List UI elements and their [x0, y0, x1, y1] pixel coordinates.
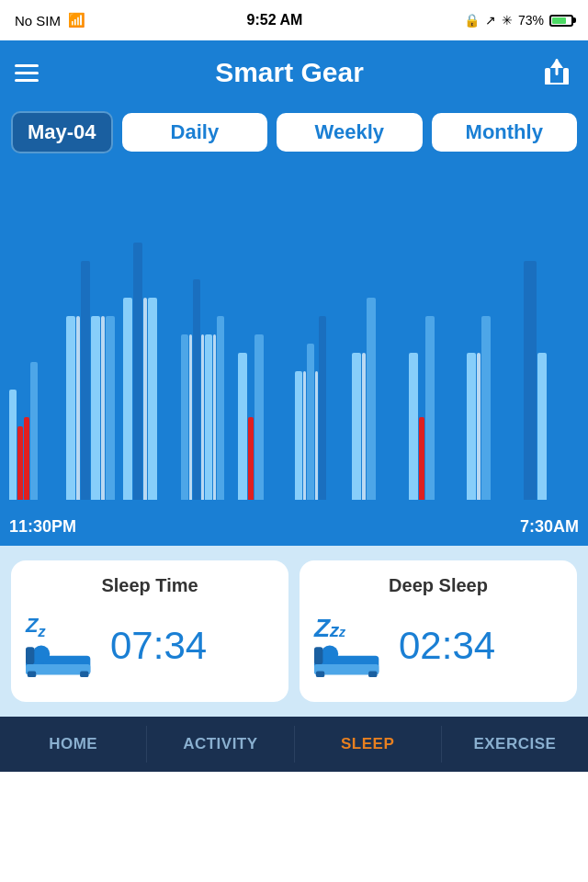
bar	[201, 334, 204, 500]
nav-exercise[interactable]: EXERCISE	[442, 726, 588, 763]
nav-home[interactable]: HOME	[0, 726, 147, 763]
bar	[477, 353, 481, 500]
location-icon: ↗	[485, 13, 496, 28]
bar	[91, 316, 100, 500]
svg-rect-10	[26, 647, 34, 664]
bar	[81, 261, 90, 500]
bar	[181, 334, 188, 500]
svg-rect-8	[80, 671, 88, 677]
bar	[133, 243, 142, 500]
stats-area: Sleep Time Zz 07:34 Deep Sleep Zzz	[0, 546, 588, 717]
bar	[419, 417, 424, 500]
share-icon	[541, 57, 572, 88]
status-time: 9:52 AM	[247, 12, 303, 28]
bar	[307, 344, 314, 500]
bar	[248, 417, 254, 500]
battery-percent: 73%	[518, 13, 544, 28]
daily-tab[interactable]: Daily	[122, 113, 267, 152]
deep-sleep-card: Deep Sleep Zzz 02:34	[300, 560, 577, 702]
bar	[362, 353, 366, 500]
sleep-time-title: Sleep Time	[26, 575, 274, 596]
monthly-tab[interactable]: Monthly	[432, 113, 577, 152]
bar	[193, 279, 200, 500]
bar	[425, 316, 435, 500]
svg-rect-14	[368, 671, 377, 677]
deep-sleep-value: 02:34	[399, 624, 495, 668]
bar	[295, 371, 302, 500]
battery-icon	[549, 15, 573, 27]
svg-rect-7	[28, 671, 36, 677]
lock-icon: 🔒	[464, 13, 480, 28]
bottom-nav: HOME ACTIVITY SLEEP EXERCISE	[0, 717, 588, 772]
bar	[205, 334, 212, 500]
bar	[319, 316, 326, 500]
chart-start-time: 11:30PM	[9, 517, 76, 537]
bar	[148, 298, 157, 500]
svg-rect-16	[314, 647, 322, 664]
bar	[123, 298, 132, 500]
svg-rect-0	[545, 68, 550, 85]
bar-group-3	[123, 243, 178, 500]
deep-bed-svg	[314, 638, 383, 678]
bar	[213, 334, 216, 500]
bar-group-2	[66, 261, 121, 500]
app-title: Smart Gear	[215, 57, 364, 88]
bar	[352, 353, 361, 500]
bar	[537, 353, 547, 500]
menu-line-2	[15, 72, 39, 74]
status-bar: No SIM 📶 9:52 AM 🔒 ↗ ✳ 73%	[0, 0, 588, 40]
bar	[367, 298, 376, 500]
bar	[30, 362, 38, 500]
bar	[524, 261, 537, 500]
menu-line-3	[15, 79, 39, 82]
chart-end-time: 7:30AM	[520, 517, 579, 537]
bluetooth-icon: ✳	[502, 13, 513, 28]
bar	[238, 353, 247, 500]
bar	[143, 298, 147, 500]
svg-rect-4	[556, 59, 559, 75]
svg-rect-1	[563, 68, 569, 85]
nav-sleep[interactable]: SLEEP	[295, 726, 442, 763]
sleep-time-value: 07:34	[110, 624, 207, 668]
tab-bar: May-04 Daily Weekly Monthly	[0, 105, 588, 160]
bar	[303, 371, 306, 500]
bar	[76, 316, 80, 500]
bar	[106, 316, 115, 500]
menu-button[interactable]	[15, 64, 39, 82]
bar	[217, 316, 224, 500]
status-left: No SIM 📶	[15, 12, 85, 28]
sleep-time-body: Zz 07:34	[26, 604, 274, 687]
chart-canvas	[0, 178, 588, 500]
bar-group-5	[238, 334, 293, 500]
bar	[66, 316, 75, 500]
bar-group-8	[409, 316, 464, 500]
bar-group-1	[9, 362, 64, 500]
bar	[481, 316, 491, 500]
sleep-chart: 11:30PM 7:30AM	[0, 160, 588, 546]
deep-sleep-body: Zzz 02:34	[314, 604, 562, 687]
weekly-tab[interactable]: Weekly	[277, 113, 422, 152]
share-button[interactable]	[540, 56, 573, 89]
svg-rect-13	[316, 671, 324, 677]
status-right: 🔒 ↗ ✳ 73%	[464, 13, 573, 28]
bed-svg	[26, 638, 95, 678]
deep-sleep-title: Deep Sleep	[314, 575, 562, 596]
date-badge[interactable]: May-04	[11, 111, 113, 153]
chart-time-labels: 11:30PM 7:30AM	[0, 517, 588, 537]
zzz-label: Zz	[26, 614, 45, 640]
bar	[9, 390, 17, 500]
svg-point-15	[322, 645, 339, 662]
carrier-label: No SIM	[15, 13, 61, 28]
bar-group-4	[181, 279, 236, 500]
bar	[189, 334, 192, 500]
bar	[409, 353, 418, 500]
sleep-icon: Zz	[26, 614, 99, 678]
deep-sleep-icon: Zzz	[314, 614, 388, 678]
svg-point-9	[33, 645, 51, 662]
bar-group-10	[524, 261, 579, 500]
nav-activity[interactable]: ACTIVITY	[147, 726, 294, 763]
bar	[315, 371, 318, 500]
bar	[17, 426, 23, 500]
menu-line-1	[15, 64, 39, 67]
bar	[101, 316, 105, 500]
